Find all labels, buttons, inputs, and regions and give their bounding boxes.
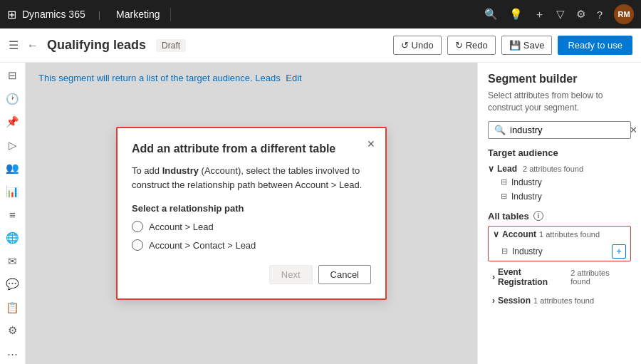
page-title: Qualifying leads	[47, 38, 146, 53]
sidebar-book-icon[interactable]: 📋	[1, 297, 24, 318]
chevron-down-icon: ∨	[488, 164, 494, 174]
help-icon[interactable]: ?	[597, 9, 603, 21]
search-box[interactable]: 🔍 ✕	[488, 121, 631, 139]
sidebar-home-icon[interactable]: ⊟	[1, 66, 24, 86]
table-icon-1: ⊟	[501, 177, 507, 187]
nav-icons: 🔍 💡 ＋ ▽ ⚙ ? RM	[484, 4, 634, 24]
top-nav: ⊞ Dynamics 365 | Marketing 🔍 💡 ＋ ▽ ⚙ ? R…	[0, 0, 641, 28]
avatar[interactable]: RM	[614, 4, 634, 24]
modal-section-label: Select a relationship path	[132, 203, 371, 214]
modal-footer: Next Cancel	[132, 265, 371, 284]
lead-group-name: Lead	[497, 164, 517, 174]
redo-button[interactable]: ↻ Redo	[447, 36, 496, 55]
right-panel: Segment builder Select attributes from b…	[477, 63, 641, 364]
lead-group: ∨ Lead 2 attributes found ⊟ Industry ⊟ I…	[488, 162, 631, 204]
right-panel-desc: Select attributes from below to construc…	[488, 90, 631, 114]
sidebar-people-icon[interactable]: 👥	[1, 158, 24, 179]
next-button[interactable]: Next	[269, 265, 313, 284]
undo-icon: ↺	[401, 40, 409, 51]
brand-separator: |	[98, 9, 100, 20]
sidebar-chart-icon[interactable]: 📊	[1, 182, 24, 202]
target-audience-label: Target audience	[488, 147, 631, 158]
right-panel-title: Segment builder	[488, 73, 631, 85]
add-industry-button[interactable]: +	[612, 244, 626, 259]
search-clear-icon[interactable]: ✕	[630, 125, 637, 135]
sidebar-pin-icon[interactable]: 📌	[1, 112, 24, 132]
lead-group-header[interactable]: ∨ Lead 2 attributes found	[488, 162, 631, 175]
search-icon[interactable]: 🔍	[484, 8, 498, 21]
session-group: › Session 1 attributes found	[488, 293, 631, 308]
sidebar-recent-icon[interactable]: 🕐	[1, 89, 24, 110]
modal-overlay: ✕ Add an attribute from a different tabl…	[26, 63, 477, 364]
sidebar-list-icon[interactable]: ≡	[1, 204, 24, 225]
undo-button[interactable]: ↺ Undo	[393, 36, 442, 55]
lightbulb-icon[interactable]: 💡	[509, 8, 523, 21]
all-tables-section: All tables i	[488, 211, 631, 222]
redo-icon: ↻	[455, 40, 463, 51]
session-group-header[interactable]: › Session 1 attributes found	[488, 293, 631, 308]
account-group-header[interactable]: ∨ Account 1 attributes found	[489, 227, 630, 242]
account-industry-item[interactable]: ⊟ Industry +	[489, 242, 630, 261]
hamburger-icon[interactable]: ☰	[9, 38, 19, 52]
radio-circle-2	[132, 239, 143, 251]
lead-group-count: 2 attributes found	[523, 165, 583, 173]
session-group-count: 1 attributes found	[533, 296, 594, 305]
cancel-button[interactable]: Cancel	[318, 265, 371, 284]
toolbar-actions: ↺ Undo ↻ Redo 💾 Save Ready to use	[393, 36, 632, 55]
save-button[interactable]: 💾 Save	[501, 36, 553, 55]
filter-icon[interactable]: ▽	[556, 8, 565, 21]
sidebar-play-icon[interactable]: ▷	[1, 135, 24, 156]
sidebar-mail-icon[interactable]: ✉	[1, 251, 24, 271]
chevron-right-icon-2: ›	[492, 296, 495, 306]
brand-name: Dynamics 365	[22, 9, 85, 20]
session-group-name: Session	[498, 296, 531, 306]
radio-option-1[interactable]: Account > Lead	[132, 221, 371, 232]
chevron-right-icon-1: ›	[492, 272, 495, 282]
main-content: This segment will return a list of the t…	[26, 63, 477, 364]
account-group-count: 1 attributes found	[539, 230, 600, 239]
second-nav: ☰ ← Qualifying leads Draft ↺ Undo ↻ Redo…	[0, 28, 641, 63]
sidebar-chat-icon[interactable]: 💬	[1, 274, 24, 295]
status-badge: Draft	[156, 39, 186, 52]
search-input[interactable]	[510, 125, 630, 135]
relationship-modal: ✕ Add an attribute from a different tabl…	[116, 127, 387, 300]
ready-button[interactable]: Ready to use	[558, 36, 632, 55]
sidebar-more-icon[interactable]: ⋯	[1, 343, 24, 364]
modal-description: To add Industry (Account), select the ta…	[132, 164, 371, 192]
brand-area: ⊞ Dynamics 365 | Marketing	[7, 8, 171, 21]
account-group: ∨ Account 1 attributes found ⊟ Industry …	[488, 226, 631, 261]
plus-icon[interactable]: ＋	[534, 8, 545, 21]
app-name: Marketing	[106, 9, 160, 20]
brand-icon: ⊞	[7, 8, 16, 21]
lead-industry-item-1[interactable]: ⊟ Industry	[488, 175, 631, 189]
modal-title: Add an attribute from a different table	[132, 142, 371, 155]
table-icon-3: ⊟	[501, 246, 508, 256]
left-sidebar: ⊟ 🕐 📌 ▷ 👥 📊 ≡ 🌐 ✉ 💬 📋 ⚙ ⋯	[0, 63, 26, 364]
settings-icon[interactable]: ⚙	[576, 8, 585, 21]
radio-circle-1	[132, 221, 143, 232]
event-registration-group: › Event Registration 2 attributes found	[488, 264, 631, 290]
main-layout: ⊟ 🕐 📌 ▷ 👥 📊 ≡ 🌐 ✉ 💬 📋 ⚙ ⋯ This segment w…	[0, 63, 641, 364]
modal-close-button[interactable]: ✕	[367, 138, 375, 150]
sidebar-globe-icon[interactable]: 🌐	[1, 228, 24, 249]
lead-industry-item-2[interactable]: ⊟ Industry	[488, 189, 631, 204]
sidebar-settings2-icon[interactable]: ⚙	[1, 321, 24, 341]
account-group-name: Account	[502, 229, 536, 239]
event-registration-header[interactable]: › Event Registration 2 attributes found	[488, 264, 631, 290]
chevron-down-icon-2: ∨	[493, 229, 499, 239]
event-registration-name: Event Registration	[498, 267, 568, 287]
all-tables-label: All tables	[488, 211, 529, 222]
back-icon[interactable]: ←	[27, 39, 38, 52]
search-icon: 🔍	[494, 125, 506, 135]
radio-option-2[interactable]: Account > Contact > Lead	[132, 239, 371, 251]
save-icon: 💾	[509, 40, 521, 51]
info-icon[interactable]: i	[533, 211, 543, 221]
table-icon-2: ⊟	[501, 192, 507, 201]
event-registration-count: 2 attributes found	[570, 269, 627, 286]
